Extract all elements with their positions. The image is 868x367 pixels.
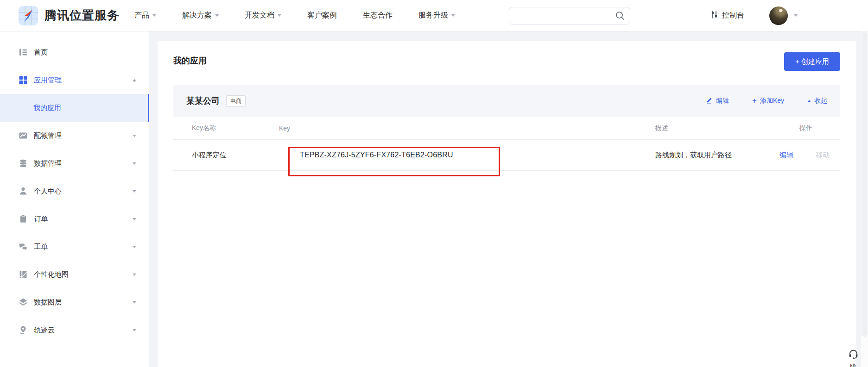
search-box <box>509 7 630 25</box>
console-link[interactable]: 控制台 <box>710 10 744 21</box>
caret-down-icon <box>133 329 136 331</box>
page-title: 我的应用 <box>173 55 840 66</box>
nav-item-cases[interactable]: 客户案例 <box>307 11 337 20</box>
page-scrollbar-track[interactable] <box>860 31 868 367</box>
nav-item-label: 生态合作 <box>363 11 393 20</box>
service-label: 联 <box>850 363 856 367</box>
nav-item-solutions[interactable]: 解决方案 <box>182 11 219 20</box>
row-actions: 编辑 移动 <box>779 151 840 160</box>
row-edit-link[interactable]: 编辑 <box>779 151 793 160</box>
company-name: 某某公司 <box>186 95 220 106</box>
description-cell: 路线规划，获取用户路径 <box>650 151 779 160</box>
sidebar-item-label: 数据管理 <box>34 159 62 168</box>
database-icon <box>19 159 28 168</box>
col-header-actions: 操作 <box>779 124 840 132</box>
nav-item-ecosystem[interactable]: 生态合作 <box>363 11 393 20</box>
sidebar-item-label: 订单 <box>34 215 48 224</box>
collapse-link[interactable]: 收起 <box>807 97 827 105</box>
sidebar-item-track-cloud[interactable]: 轨迹云 <box>0 316 149 344</box>
ticket-chat-icon <box>19 242 28 251</box>
nav-item-label: 产品 <box>134 11 149 20</box>
key-value-cell: TEPBZ-XZ76J-5ZYF6-FX762-T6EB2-O6BRU <box>279 151 650 159</box>
sidebar-item-orders[interactable]: 订单 <box>0 205 149 233</box>
caret-down-icon <box>133 246 136 248</box>
quota-chart-icon <box>19 131 28 140</box>
search-icon[interactable] <box>615 11 625 23</box>
sidebar: 首页 应用管理 我的应用 配额管理 <box>0 31 149 367</box>
sidebar-item-app-management[interactable]: 应用管理 <box>0 66 149 94</box>
customer-service-widget[interactable]: 联 <box>843 348 863 367</box>
caret-down-icon <box>451 14 455 17</box>
card-header-actions: 编辑 + 添加Key 收起 <box>706 97 827 105</box>
create-app-button[interactable]: + 创建应用 <box>784 52 840 71</box>
sliders-icon <box>710 10 718 21</box>
caret-up-icon <box>807 100 811 102</box>
list-icon <box>19 48 28 57</box>
sidebar-item-tickets[interactable]: 工单 <box>0 233 149 261</box>
sidebar-item-custom-map[interactable]: 个性化地图 <box>0 261 149 288</box>
sidebar-item-label: 配额管理 <box>34 131 62 140</box>
custom-map-icon <box>19 270 28 279</box>
top-navbar: 腾讯位置服务 产品 解决方案 开发文档 客户案例 生态合作 服务升级 <box>0 0 868 31</box>
sidebar-subitem-label: 我的应用 <box>33 104 61 112</box>
add-key-link[interactable]: + 添加Key <box>752 97 784 105</box>
sidebar-item-label: 个人中心 <box>34 187 62 196</box>
page-scrollbar-thumb[interactable] <box>862 31 868 337</box>
avatar-caret-down-icon[interactable] <box>794 14 798 17</box>
row-move-link-disabled: 移动 <box>816 151 830 160</box>
nav-item-label: 解决方案 <box>182 11 212 20</box>
col-header-key-name: Key名称 <box>173 124 279 132</box>
sidebar-item-quota[interactable]: 配额管理 <box>0 122 149 149</box>
nav-item-label: 客户案例 <box>307 11 337 20</box>
edit-app-link[interactable]: 编辑 <box>706 97 729 105</box>
sidebar-item-label: 个性化地图 <box>34 270 69 279</box>
app-card-header: 某某公司 电商 编辑 + 添加Key <box>173 85 840 117</box>
user-icon <box>19 187 28 196</box>
caret-down-icon <box>215 14 219 17</box>
order-clipboard-icon <box>19 214 28 224</box>
caret-down-icon <box>133 301 136 304</box>
sidebar-item-home[interactable]: 首页 <box>0 38 149 66</box>
key-table-header: Key名称 Key 描述 操作 <box>173 117 840 140</box>
sidebar-item-label: 工单 <box>34 243 48 251</box>
brand-title: 腾讯位置服务 <box>44 7 120 24</box>
sidebar-item-label: 首页 <box>34 48 48 57</box>
nav-menu: 产品 解决方案 开发文档 客户案例 生态合作 服务升级 <box>134 11 481 20</box>
sidebar-subitem-my-apps[interactable]: 我的应用 <box>0 94 149 122</box>
col-header-description: 描述 <box>650 124 779 132</box>
edit-app-label: 编辑 <box>716 97 729 105</box>
sidebar-item-label: 数据图层 <box>34 298 62 307</box>
sidebar-item-label: 应用管理 <box>34 76 62 85</box>
compass-logo-icon <box>19 6 38 25</box>
sidebar-item-label: 轨迹云 <box>34 326 55 335</box>
content-panel: 我的应用 + 创建应用 某某公司 电商 编辑 <box>158 41 856 367</box>
caret-down-icon <box>152 14 156 17</box>
sidebar-item-data-layers[interactable]: 数据图层 <box>0 288 149 316</box>
nav-item-products[interactable]: 产品 <box>134 11 156 20</box>
nav-item-docs[interactable]: 开发文档 <box>245 11 281 20</box>
key-table-row: 小程序定位 TEPBZ-XZ76J-5ZYF6-FX762-T6EB2-O6BR… <box>173 140 840 171</box>
caret-down-icon <box>133 218 136 220</box>
grid-icon <box>19 75 28 85</box>
sidebar-item-personal-center[interactable]: 个人中心 <box>0 177 149 205</box>
add-key-label: 添加Key <box>760 97 784 105</box>
app-card: 某某公司 电商 编辑 + 添加Key <box>173 85 840 171</box>
brand[interactable]: 腾讯位置服务 <box>19 6 120 25</box>
main-area: 我的应用 + 创建应用 某某公司 电商 编辑 <box>149 31 860 367</box>
plus-icon: + <box>752 98 757 104</box>
layers-icon <box>19 298 28 307</box>
pencil-icon <box>706 97 713 105</box>
headset-icon <box>848 348 859 361</box>
caret-down-icon <box>133 135 136 137</box>
collapse-label: 收起 <box>814 97 827 105</box>
caret-down-icon <box>133 190 136 193</box>
sidebar-item-data-management[interactable]: 数据管理 <box>0 149 149 177</box>
search-input[interactable] <box>509 7 630 25</box>
key-name-cell: 小程序定位 <box>173 151 279 160</box>
nav-item-service-upgrade[interactable]: 服务升级 <box>418 11 455 20</box>
caret-down-icon <box>133 274 136 276</box>
navbar-right: 控制台 <box>710 6 868 25</box>
console-label: 控制台 <box>722 11 744 20</box>
track-pin-icon <box>19 325 28 335</box>
avatar[interactable] <box>769 6 788 25</box>
